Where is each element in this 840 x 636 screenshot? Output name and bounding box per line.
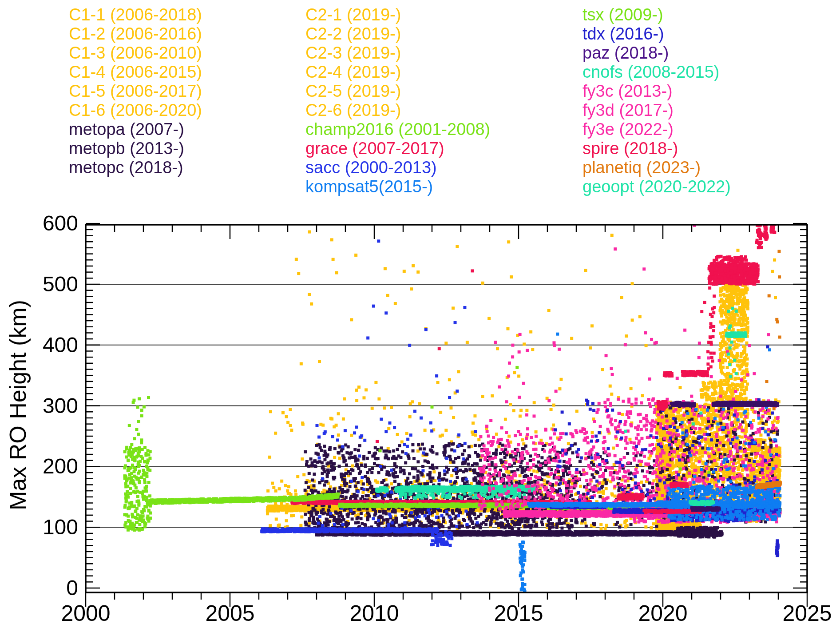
legend-item-c2-6: C2-6 (2019-) xyxy=(305,101,490,120)
y-tick-label-200: 200 xyxy=(0,454,78,478)
y-tick-label-0: 0 xyxy=(0,576,78,600)
legend-item-champ2016: champ2016 (2001-2008) xyxy=(305,120,490,139)
legend-item-c2-4: C2-4 (2019-) xyxy=(305,63,490,82)
x-tick-label-2005: 2005 xyxy=(181,600,279,626)
y-tick-label-400: 400 xyxy=(0,333,78,357)
legend-item-c1-2: C1-2 (2006-2016) xyxy=(69,24,202,44)
legend-item-fy3d: fy3d (2017-) xyxy=(582,101,731,120)
legend-item-geoopt: geoopt (2020-2022) xyxy=(582,177,731,196)
legend-column-2: C2-1 (2019-)C2-2 (2019-)C2-3 (2019-)C2-4… xyxy=(305,5,490,196)
legend-item-paz: paz (2018-) xyxy=(582,44,731,63)
x-tick-label-2010: 2010 xyxy=(325,600,423,626)
legend-column-1: C1-1 (2006-2018)C1-2 (2006-2016)C1-3 (20… xyxy=(69,5,202,177)
legend-item-spire: spire (2018-) xyxy=(582,139,731,158)
legend-item-c1-1: C1-1 (2006-2018) xyxy=(69,5,202,24)
legend-item-metopc: metopc (2018-) xyxy=(69,158,202,177)
legend-item-kompsat5-2015: kompsat5(2015-) xyxy=(305,177,490,196)
legend-item-cnofs: cnofs (2008-2015) xyxy=(582,63,731,82)
legend-item-sacc: sacc (2000-2013) xyxy=(305,158,490,177)
legend-item-planetiq: planetiq (2023-) xyxy=(582,158,731,177)
y-tick-label-300: 300 xyxy=(0,394,78,418)
x-tick-label-2020: 2020 xyxy=(614,600,712,626)
ro-max-height-figure: C1-1 (2006-2018)C1-2 (2006-2016)C1-3 (20… xyxy=(0,0,840,636)
y-tick-label-500: 500 xyxy=(0,272,78,296)
legend-item-c2-5: C2-5 (2019-) xyxy=(305,82,490,101)
x-tick-label-2025: 2025 xyxy=(758,600,840,626)
legend-item-c1-3: C1-3 (2006-2010) xyxy=(69,44,202,63)
legend-column-3: tsx (2009-)tdx (2016-)paz (2018-)cnofs (… xyxy=(582,5,731,196)
legend-item-tsx: tsx (2009-) xyxy=(582,5,731,24)
legend-item-fy3c: fy3c (2013-) xyxy=(582,82,731,101)
y-tick-label-600: 600 xyxy=(0,211,78,235)
x-tick-label-2015: 2015 xyxy=(470,600,567,626)
legend-item-c1-6: C1-6 (2006-2020) xyxy=(69,101,202,120)
y-tick-label-100: 100 xyxy=(0,515,78,539)
legend-item-c1-4: C1-4 (2006-2015) xyxy=(69,63,202,82)
legend-item-metopa: metopa (2007-) xyxy=(69,120,202,139)
legend-item-fy3e: fy3e (2022-) xyxy=(582,120,731,139)
legend-item-c2-2: C2-2 (2019-) xyxy=(305,24,490,44)
x-tick-label-2000: 2000 xyxy=(37,600,135,626)
legend-item-grace: grace (2007-2017) xyxy=(305,139,490,158)
legend-item-metopb: metopb (2013-) xyxy=(69,139,202,158)
legend-item-c2-3: C2-3 (2019-) xyxy=(305,44,490,63)
legend-item-c1-5: C1-5 (2006-2017) xyxy=(69,82,202,101)
legend-item-tdx: tdx (2016-) xyxy=(582,24,731,44)
legend-item-c2-1: C2-1 (2019-) xyxy=(305,5,490,24)
